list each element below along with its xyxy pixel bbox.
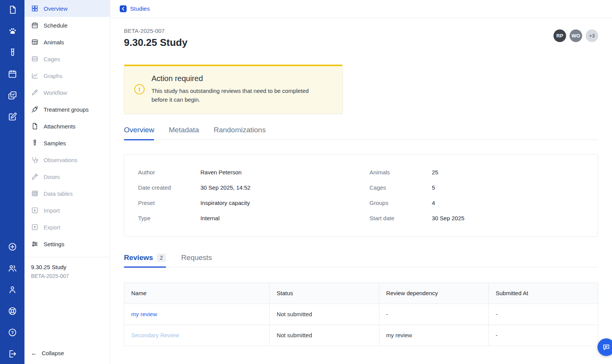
tab-reviews[interactable]: Reviews 2	[124, 253, 166, 267]
sidebar-item-workflow[interactable]: Workflow	[24, 84, 110, 101]
rail-samples-button[interactable]	[8, 48, 17, 57]
rail-add-button[interactable]	[8, 242, 17, 252]
tab-randomizations[interactable]: Randomizations	[213, 126, 265, 140]
sidebar-item-label: Animals	[44, 39, 64, 46]
detail-row: Type Internal	[138, 211, 353, 226]
sidebar-item-observations[interactable]: Observations	[24, 151, 110, 168]
calendar-icon	[8, 69, 17, 79]
back-to-studies-link[interactable]: Studies	[130, 5, 150, 12]
chat-fab-button[interactable]	[597, 338, 612, 356]
avatar[interactable]: WO	[570, 29, 582, 42]
sidebar-item-label: Overview	[44, 5, 68, 12]
sidebar-item-graphs[interactable]: Graphs	[24, 67, 110, 84]
detail-value: Raven Peterson	[200, 169, 242, 176]
header-row: Name Status Review dependency Submitted …	[124, 283, 598, 304]
rail-team-button[interactable]	[8, 263, 17, 273]
rail-animals-button[interactable]	[8, 26, 17, 36]
sidebar-nav-list: Overview Schedule Animals Cages Graphs W…	[24, 0, 110, 252]
document-icon	[8, 5, 17, 15]
sidebar-item-schedule[interactable]: Schedule	[24, 17, 110, 34]
table-icon	[31, 38, 39, 46]
detail-row: Author Raven Peterson	[138, 165, 353, 180]
sidebar-item-treatment-groups[interactable]: Treatment groups	[24, 101, 110, 118]
sidebar-item-label: Settings	[44, 241, 64, 247]
page-content: BETA-2025-007 9.30.25 Study RP WO +3 ! A…	[110, 18, 612, 364]
sidebar-item-overview[interactable]: Overview	[24, 0, 110, 17]
svg-text:?: ?	[11, 330, 14, 335]
sidebar-item-attachments[interactable]: Attachments	[24, 118, 110, 135]
rail-profile-button[interactable]	[8, 285, 17, 294]
detail-value: 25	[432, 169, 438, 176]
sidebar-item-doses[interactable]: Doses	[24, 168, 110, 185]
action-required-alert: ! Action required This study has outstan…	[124, 65, 343, 114]
detail-value: Inspiratory capacity	[200, 200, 250, 206]
sidebar-item-label: Graphs	[44, 73, 62, 79]
rail-tasks-button[interactable]	[8, 91, 17, 100]
review-submitted-at: -	[488, 304, 598, 325]
sidebar-item-cages[interactable]: Cages	[24, 50, 110, 67]
detail-label: Author	[138, 169, 200, 176]
rail-support-button[interactable]	[8, 306, 17, 316]
rail-help-button[interactable]: ?	[8, 328, 17, 337]
avatar-overflow-badge[interactable]: +3	[586, 29, 598, 42]
column-header-submitted: Submitted At	[488, 283, 598, 304]
file-icon	[31, 122, 39, 130]
sidebar-item-export[interactable]: Export	[24, 219, 110, 236]
detail-label: Date created	[138, 184, 200, 191]
detail-row: Preset Inspiratory capacity	[138, 195, 353, 211]
collapse-sidebar-button[interactable]: ← Collapse	[24, 344, 110, 364]
sidebar-item-label: Data tables	[44, 190, 73, 197]
sidebar-item-label: Observations	[44, 157, 77, 163]
table-row: my review Not submitted - -	[124, 304, 598, 325]
column-header-name: Name	[124, 283, 270, 304]
detail-label: Type	[138, 215, 200, 221]
sidebar-item-import[interactable]: Import	[24, 202, 110, 219]
test-tube-icon	[31, 139, 39, 147]
team-icon	[8, 263, 17, 273]
sidebar-item-data-tables[interactable]: Data tables	[24, 185, 110, 202]
review-link[interactable]: my review	[131, 311, 157, 317]
cage-icon	[31, 55, 39, 63]
detail-row: Cages 5	[369, 180, 584, 195]
study-sidebar: Overview Schedule Animals Cages Graphs W…	[24, 0, 110, 364]
reviews-table: Name Status Review dependency Submitted …	[124, 283, 598, 346]
app-root: ? Overview Schedule Animals Cages	[0, 0, 612, 364]
rail-compose-button[interactable]	[8, 112, 17, 122]
export-icon	[31, 223, 39, 231]
plus-circle-icon	[8, 242, 17, 252]
sidebar-item-samples[interactable]: Samples	[24, 135, 110, 151]
sidebar-item-label: Workflow	[44, 89, 67, 96]
sidebar-item-animals[interactable]: Animals	[24, 34, 110, 50]
logout-icon	[8, 349, 17, 359]
review-link[interactable]: Secondary Review	[131, 332, 179, 338]
details-right-column: Animals 25 Cages 5 Groups 4 Start date 3…	[369, 165, 584, 226]
tab-overview[interactable]: Overview	[124, 126, 154, 140]
back-icon[interactable]	[120, 5, 127, 12]
review-dependency: my review	[379, 325, 488, 346]
collapse-label: Collapse	[42, 350, 64, 356]
reviews-table-header: Name Status Review dependency Submitted …	[124, 283, 598, 304]
rail-logout-button[interactable]	[8, 349, 17, 359]
calendar-icon	[31, 21, 39, 29]
reviews-requests-tabs: Reviews 2 Requests	[124, 253, 598, 267]
support-icon	[8, 306, 17, 316]
detail-value: Internal	[200, 215, 220, 221]
line-chart-icon	[31, 72, 39, 80]
rail-schedule-button[interactable]	[8, 69, 17, 79]
reviews-count-badge: 2	[157, 253, 166, 262]
topbar: Studies	[110, 0, 612, 18]
detail-row: Groups 4	[369, 195, 584, 211]
avatar-group: RP WO +3	[553, 29, 598, 42]
rail-top-group	[8, 5, 17, 122]
detail-label: Cages	[369, 184, 432, 191]
rail-documents-button[interactable]	[8, 5, 17, 15]
warning-icon: !	[134, 84, 145, 94]
sidebar-item-settings[interactable]: Settings	[24, 236, 110, 252]
detail-value: 30 Sep 2025, 14:52	[200, 184, 251, 191]
avatar[interactable]: RP	[553, 29, 566, 42]
dropper-icon	[31, 173, 39, 180]
tab-metadata[interactable]: Metadata	[169, 126, 199, 140]
detail-label: Groups	[369, 200, 432, 206]
icon-rail: ?	[0, 0, 24, 364]
tab-requests[interactable]: Requests	[181, 253, 212, 267]
